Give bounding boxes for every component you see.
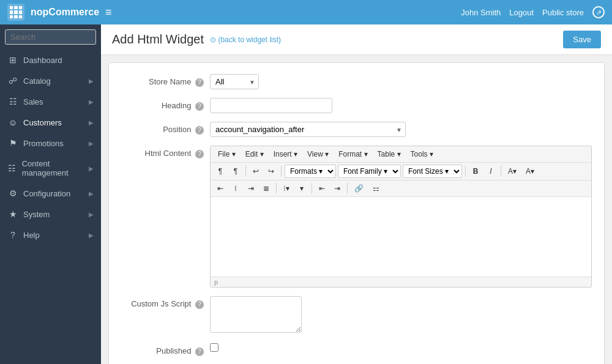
editor-menubar: File ▾ Edit ▾ Insert ▾ View ▾ Format ▾ T…: [211, 146, 591, 163]
published-help-icon[interactable]: ?: [195, 347, 204, 356]
toolbar-insert-link[interactable]: 🔗: [351, 182, 367, 195]
position-select[interactable]: account_navigation_after: [210, 122, 406, 137]
toolbar-highlight-color[interactable]: A▾: [522, 165, 538, 177]
toolbar-separator: [312, 183, 312, 194]
published-row: Published ?: [121, 343, 592, 356]
sidebar-label-configuration: Configuration: [23, 189, 70, 198]
toolbar-font-sizes-select[interactable]: Font Sizes ▾: [403, 165, 462, 178]
heading-input[interactable]: [210, 98, 332, 113]
back-link[interactable]: (back to widget list): [210, 35, 281, 44]
sidebar-item-help[interactable]: ? Help ▶: [0, 225, 101, 245]
toolbar-indent[interactable]: ⇥: [330, 182, 344, 195]
page-header: Add Html Widget (back to widget list) Sa…: [101, 24, 612, 55]
promotions-icon: ⚑: [7, 138, 18, 148]
toolbar-align-right[interactable]: ⇥: [244, 182, 258, 195]
html-content-control: File ▾ Edit ▾ Insert ▾ View ▾ Format ▾ T…: [210, 146, 592, 288]
toolbar-separator: [465, 166, 466, 177]
topnav-left: nopCommerce ≡: [7, 4, 112, 21]
brand-name: nopCommerce: [31, 7, 99, 18]
page-title: Add Html Widget: [112, 32, 204, 46]
help-icon: ?: [7, 230, 18, 240]
save-button[interactable]: Save: [563, 31, 601, 48]
toolbar-outdent[interactable]: ⇤: [315, 182, 329, 195]
toolbar-undo[interactable]: ↩: [249, 165, 263, 177]
sidebar-item-system[interactable]: ★ System ▶: [0, 204, 101, 225]
topnav-right: John Smith Logout Public store ⇗: [461, 6, 605, 18]
sidebar-item-sales[interactable]: ☷ Sales ▶: [0, 91, 101, 112]
editor-edit-menu[interactable]: Edit ▾: [242, 149, 267, 160]
page-header-left: Add Html Widget (back to widget list): [112, 32, 281, 46]
toolbar-align-center[interactable]: ⁞: [229, 182, 242, 195]
position-row: Position ? account_navigation_after ▼: [121, 122, 592, 137]
toolbar-formats-select[interactable]: Formats ▾: [285, 165, 336, 178]
html-content-label: Html Content ?: [121, 146, 210, 158]
heading-help-icon[interactable]: ?: [195, 102, 204, 111]
catalog-icon: ☍: [7, 76, 18, 86]
toolbar-separator: [276, 183, 277, 194]
search-input[interactable]: [5, 29, 96, 45]
position-control: account_navigation_after ▼: [210, 122, 592, 137]
toolbar-font-family-select[interactable]: Font Family ▾: [338, 165, 401, 178]
sidebar-label-system: System: [23, 210, 50, 219]
html-content-help-icon[interactable]: ?: [195, 150, 204, 158]
custom-js-help-icon[interactable]: ?: [195, 300, 204, 309]
sidebar-item-configuration[interactable]: ⚙ Configuration ▶: [0, 183, 101, 204]
store-name-row: Store Name ? All ▼: [121, 74, 592, 89]
store-name-select-wrapper: All ▼: [210, 74, 259, 89]
logo-grid-icon: [7, 4, 24, 21]
toolbar-unordered-list[interactable]: ⁝▾: [280, 182, 293, 195]
toolbar-pilcrow-ltr[interactable]: ¶: [214, 165, 227, 177]
user-name: John Smith: [461, 8, 501, 17]
toolbar-pilcrow-rtl[interactable]: ¶: [229, 165, 242, 177]
custom-js-textarea[interactable]: [210, 296, 302, 333]
sidebar-label-promotions: Promotions: [23, 139, 64, 148]
customers-icon: ☺: [7, 117, 18, 127]
chevron-right-icon: ▶: [89, 211, 94, 218]
sidebar-item-promotions[interactable]: ⚑ Promotions ▶: [0, 133, 101, 154]
store-name-help-icon[interactable]: ?: [195, 78, 204, 87]
toolbar-ordered-list[interactable]: ⁣▾: [295, 182, 308, 195]
editor-view-menu[interactable]: View ▾: [304, 149, 332, 160]
editor-tools-menu[interactable]: Tools ▾: [407, 149, 437, 160]
sidebar-search-wrapper: [0, 24, 101, 50]
position-help-icon[interactable]: ?: [195, 126, 204, 135]
public-store-link[interactable]: Public store: [542, 8, 584, 17]
sidebar-item-customers[interactable]: ☺ Customers ▶: [0, 112, 101, 133]
toolbar-separator: [501, 166, 501, 177]
editor-file-menu[interactable]: File ▾: [214, 149, 239, 160]
logout-link[interactable]: Logout: [509, 8, 534, 17]
editor-table-menu[interactable]: Table ▾: [374, 149, 405, 160]
share-icon[interactable]: ⇗: [592, 6, 605, 18]
sidebar-label-customers: Customers: [23, 118, 62, 127]
system-icon: ★: [7, 209, 18, 219]
custom-js-control: [210, 296, 592, 335]
editor-format-menu[interactable]: Format ▾: [335, 149, 371, 160]
published-checkbox[interactable]: [210, 343, 218, 352]
chevron-right-icon: ▶: [89, 232, 94, 239]
content-icon: ☷: [7, 163, 17, 173]
editor-body[interactable]: [211, 197, 591, 277]
toolbar-bold[interactable]: B: [469, 165, 482, 177]
editor-insert-menu[interactable]: Insert ▾: [270, 149, 301, 160]
toolbar-align-left[interactable]: ⇤: [214, 182, 227, 195]
sidebar-label-catalog: Catalog: [23, 76, 51, 86]
heading-control: [210, 98, 592, 113]
toolbar-align-justify[interactable]: ≣: [259, 182, 273, 195]
chevron-right-icon: ▶: [89, 119, 94, 126]
main-content: Add Html Widget (back to widget list) Sa…: [101, 24, 612, 364]
toolbar-font-color[interactable]: A▾: [504, 165, 520, 177]
toolbar-redo[interactable]: ↪: [264, 165, 278, 177]
sidebar-item-dashboard[interactable]: ⊞ Dashboard: [0, 50, 101, 70]
toolbar-italic[interactable]: I: [484, 165, 498, 177]
chevron-right-icon: ▶: [89, 165, 94, 172]
sidebar-item-catalog[interactable]: ☍ Catalog ▶: [0, 70, 101, 91]
editor-toolbar-1: ¶ ¶ ↩ ↪ Formats ▾ Font Family ▾ Font Siz…: [211, 163, 591, 180]
hamburger-icon[interactable]: ≡: [105, 6, 112, 19]
sales-icon: ☷: [7, 97, 18, 106]
toolbar-insert-image[interactable]: ⚏: [369, 182, 383, 195]
store-name-select[interactable]: All: [210, 74, 259, 89]
position-label: Position ?: [121, 122, 210, 135]
published-control: [210, 343, 592, 354]
heading-label: Heading ?: [121, 98, 210, 111]
sidebar-item-content[interactable]: ☷ Content management ▶: [0, 154, 101, 183]
